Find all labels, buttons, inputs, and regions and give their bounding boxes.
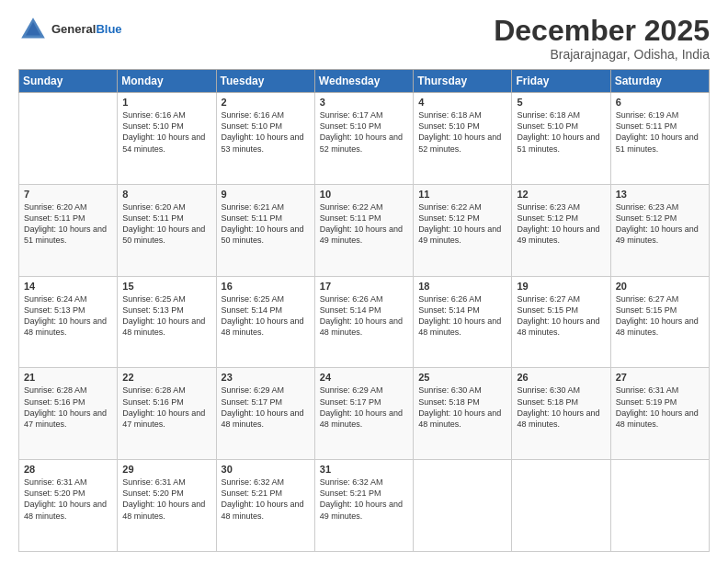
header-friday: Friday [512, 70, 610, 93]
daylight-text: Daylight: 10 hours and 48 minutes. [122, 499, 210, 521]
daylight-text: Daylight: 10 hours and 47 minutes. [122, 408, 210, 430]
day-info: Sunrise: 6:16 AM Sunset: 5:10 PM Dayligh… [122, 109, 210, 155]
day-number: 23 [222, 372, 310, 383]
day-info: Sunrise: 6:22 AM Sunset: 5:12 PM Dayligh… [418, 201, 506, 247]
day-number: 31 [320, 464, 408, 475]
calendar-cell: 2 Sunrise: 6:16 AM Sunset: 5:10 PM Dayli… [216, 93, 314, 185]
sunset-text: Sunset: 5:14 PM [320, 304, 408, 316]
day-info: Sunrise: 6:23 AM Sunset: 5:12 PM Dayligh… [616, 201, 704, 247]
day-number: 15 [122, 281, 210, 292]
calendar-cell: 29 Sunrise: 6:31 AM Sunset: 5:20 PM Dayl… [118, 460, 216, 552]
day-info: Sunrise: 6:21 AM Sunset: 5:11 PM Dayligh… [222, 201, 310, 247]
daylight-text: Daylight: 10 hours and 48 minutes. [24, 499, 112, 521]
sunset-text: Sunset: 5:14 PM [222, 304, 310, 316]
sunrise-text: Sunrise: 6:25 AM [222, 293, 310, 304]
calendar-cell: 16 Sunrise: 6:25 AM Sunset: 5:14 PM Dayl… [216, 276, 314, 368]
daylight-text: Daylight: 10 hours and 49 minutes. [517, 224, 605, 246]
day-number: 20 [616, 281, 704, 292]
sunset-text: Sunset: 5:12 PM [418, 213, 506, 224]
day-number: 8 [122, 189, 210, 200]
day-number: 24 [320, 372, 408, 383]
header: GeneralBlue December 2025 Brajarajnagar,… [18, 15, 710, 62]
sunrise-text: Sunrise: 6:29 AM [222, 385, 310, 396]
day-info: Sunrise: 6:20 AM Sunset: 5:11 PM Dayligh… [122, 201, 210, 247]
day-number: 3 [320, 97, 408, 108]
calendar-page: GeneralBlue December 2025 Brajarajnagar,… [0, 0, 728, 563]
daylight-text: Daylight: 10 hours and 48 minutes. [616, 316, 704, 338]
day-number: 6 [616, 97, 704, 108]
sunset-text: Sunset: 5:16 PM [122, 396, 210, 408]
sunset-text: Sunset: 5:11 PM [122, 213, 210, 224]
sunrise-text: Sunrise: 6:29 AM [320, 385, 408, 396]
day-info: Sunrise: 6:17 AM Sunset: 5:10 PM Dayligh… [320, 109, 408, 155]
day-info: Sunrise: 6:18 AM Sunset: 5:10 PM Dayligh… [517, 109, 605, 155]
header-saturday: Saturday [610, 70, 709, 93]
sunrise-text: Sunrise: 6:26 AM [418, 293, 506, 304]
sunset-text: Sunset: 5:14 PM [418, 304, 506, 316]
sunrise-text: Sunrise: 6:20 AM [24, 201, 112, 213]
day-info: Sunrise: 6:24 AM Sunset: 5:13 PM Dayligh… [24, 293, 112, 339]
sunrise-text: Sunrise: 6:28 AM [122, 385, 210, 396]
header-monday: Monday [118, 70, 216, 93]
day-info: Sunrise: 6:25 AM Sunset: 5:13 PM Dayligh… [122, 293, 210, 339]
day-info: Sunrise: 6:31 AM Sunset: 5:20 PM Dayligh… [122, 477, 210, 522]
sunrise-text: Sunrise: 6:22 AM [418, 201, 506, 213]
header-sunday: Sunday [19, 70, 118, 93]
sunset-text: Sunset: 5:17 PM [320, 396, 408, 408]
calendar-week-4: 21 Sunrise: 6:28 AM Sunset: 5:16 PM Dayl… [19, 368, 710, 460]
day-number: 7 [24, 189, 112, 200]
sunrise-text: Sunrise: 6:16 AM [122, 109, 210, 121]
day-number: 1 [122, 97, 210, 108]
sunset-text: Sunset: 5:17 PM [222, 396, 310, 408]
day-info: Sunrise: 6:27 AM Sunset: 5:15 PM Dayligh… [517, 293, 605, 339]
calendar-cell: 7 Sunrise: 6:20 AM Sunset: 5:11 PM Dayli… [19, 184, 118, 276]
day-info: Sunrise: 6:28 AM Sunset: 5:16 PM Dayligh… [122, 385, 210, 430]
day-info: Sunrise: 6:19 AM Sunset: 5:11 PM Dayligh… [616, 109, 704, 155]
calendar-cell: 3 Sunrise: 6:17 AM Sunset: 5:10 PM Dayli… [314, 93, 413, 185]
daylight-text: Daylight: 10 hours and 48 minutes. [320, 316, 408, 338]
sunset-text: Sunset: 5:10 PM [320, 121, 408, 132]
sunrise-text: Sunrise: 6:31 AM [122, 477, 210, 488]
sunrise-text: Sunrise: 6:26 AM [320, 293, 408, 304]
day-number: 25 [418, 372, 506, 383]
sunset-text: Sunset: 5:18 PM [517, 396, 605, 408]
sunrise-text: Sunrise: 6:24 AM [24, 293, 112, 304]
sunrise-text: Sunrise: 6:28 AM [24, 385, 112, 396]
sunrise-text: Sunrise: 6:27 AM [616, 293, 704, 304]
daylight-text: Daylight: 10 hours and 48 minutes. [222, 316, 310, 338]
daylight-text: Daylight: 10 hours and 51 minutes. [616, 132, 704, 154]
sunset-text: Sunset: 5:18 PM [418, 396, 506, 408]
daylight-text: Daylight: 10 hours and 49 minutes. [616, 224, 704, 246]
day-info: Sunrise: 6:25 AM Sunset: 5:14 PM Dayligh… [222, 293, 310, 339]
calendar-cell: 9 Sunrise: 6:21 AM Sunset: 5:11 PM Dayli… [216, 184, 314, 276]
sunrise-text: Sunrise: 6:32 AM [320, 477, 408, 488]
calendar-cell: 27 Sunrise: 6:31 AM Sunset: 5:19 PM Dayl… [610, 368, 709, 460]
day-number: 11 [418, 189, 506, 200]
calendar-cell [19, 93, 118, 185]
day-info: Sunrise: 6:26 AM Sunset: 5:14 PM Dayligh… [320, 293, 408, 339]
daylight-text: Daylight: 10 hours and 48 minutes. [222, 408, 310, 430]
day-number: 4 [418, 97, 506, 108]
sunrise-text: Sunrise: 6:18 AM [418, 109, 506, 121]
day-number: 18 [418, 281, 506, 292]
sunset-text: Sunset: 5:10 PM [222, 121, 310, 132]
calendar-cell: 23 Sunrise: 6:29 AM Sunset: 5:17 PM Dayl… [216, 368, 314, 460]
day-number: 17 [320, 281, 408, 292]
header-thursday: Thursday [414, 70, 512, 93]
day-info: Sunrise: 6:30 AM Sunset: 5:18 PM Dayligh… [418, 385, 506, 430]
daylight-text: Daylight: 10 hours and 54 minutes. [122, 132, 210, 154]
location: Brajarajnagar, Odisha, India [494, 47, 710, 62]
sunset-text: Sunset: 5:15 PM [517, 304, 605, 316]
title-block: December 2025 Brajarajnagar, Odisha, Ind… [494, 15, 710, 62]
day-number: 26 [517, 372, 605, 383]
calendar-cell: 10 Sunrise: 6:22 AM Sunset: 5:11 PM Dayl… [314, 184, 413, 276]
calendar-cell: 30 Sunrise: 6:32 AM Sunset: 5:21 PM Dayl… [216, 460, 314, 552]
sunset-text: Sunset: 5:20 PM [24, 488, 112, 499]
sunrise-text: Sunrise: 6:27 AM [517, 293, 605, 304]
day-info: Sunrise: 6:16 AM Sunset: 5:10 PM Dayligh… [222, 109, 310, 155]
day-number: 21 [24, 372, 112, 383]
logo-general: General [51, 22, 96, 36]
calendar-cell: 22 Sunrise: 6:28 AM Sunset: 5:16 PM Dayl… [118, 368, 216, 460]
calendar-week-3: 14 Sunrise: 6:24 AM Sunset: 5:13 PM Dayl… [19, 276, 710, 368]
day-number: 19 [517, 281, 605, 292]
